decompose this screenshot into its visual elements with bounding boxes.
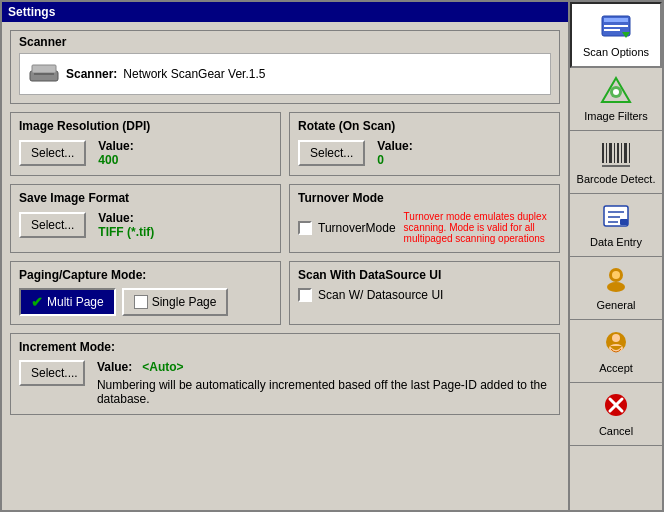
paging-group: Paging/Capture Mode: ✔ Multi Page Single… [10, 261, 281, 325]
rotate-value-label: Value: [377, 139, 412, 153]
datasource-checkbox[interactable] [298, 288, 312, 302]
sidebar-item-general[interactable]: General [570, 257, 662, 320]
paging-title: Paging/Capture Mode: [19, 268, 272, 282]
svg-rect-16 [621, 143, 622, 163]
datasource-checkbox-label: Scan W/ Datasource UI [318, 288, 443, 302]
accept-icon [600, 328, 632, 358]
general-label: General [596, 299, 635, 311]
svg-rect-12 [606, 143, 607, 163]
sidebar-item-data-entry[interactable]: Data Entry [570, 194, 662, 257]
single-page-check-icon [134, 295, 148, 309]
image-resolution-value-label: Value: [98, 139, 133, 153]
svg-point-10 [613, 89, 619, 95]
sidebar-item-barcode-detect[interactable]: Barcode Detect. [570, 131, 662, 194]
barcode-detect-label: Barcode Detect. [577, 173, 656, 185]
rotate-title: Rotate (On Scan) [298, 119, 551, 133]
svg-rect-24 [620, 219, 628, 225]
scan-options-icon [598, 12, 634, 42]
increment-group: Increment Mode: Select.... Value: <Auto>… [10, 333, 560, 415]
image-resolution-group: Image Resolution (DPI) Select... Value: … [10, 112, 281, 176]
svg-rect-19 [602, 165, 630, 167]
scanner-label: Scanner: [66, 67, 117, 81]
datasource-group: Scan With DataSource UI Scan W/ Datasour… [289, 261, 560, 325]
scanner-group: Scanner Scanner: Network ScanGear Ver.1.… [10, 30, 560, 104]
save-image-group: Save Image Format Select... Value: TIFF … [10, 184, 281, 253]
cancel-icon [600, 391, 632, 421]
save-image-value: TIFF (*.tif) [98, 225, 154, 239]
svg-rect-17 [624, 143, 627, 163]
turnover-checkbox-label: TurnoverMode [318, 221, 396, 235]
save-image-title: Save Image Format [19, 191, 272, 205]
svg-point-27 [612, 271, 620, 279]
image-filters-icon [600, 76, 632, 106]
increment-value-label: Value: [97, 360, 132, 374]
image-resolution-title: Image Resolution (DPI) [19, 119, 272, 133]
sidebar: Scan Options Image Filters [568, 0, 664, 512]
single-page-label: Single Page [152, 295, 217, 309]
sidebar-item-image-filters[interactable]: Image Filters [570, 68, 662, 131]
barcode-detect-icon [600, 139, 632, 169]
turnover-group: Turnover Mode TurnoverMode Turnover mode… [289, 184, 560, 253]
svg-point-29 [612, 334, 620, 342]
multi-page-btn[interactable]: ✔ Multi Page [19, 288, 116, 316]
rotate-group: Rotate (On Scan) Select... Value: 0 [289, 112, 560, 176]
turnover-note: Turnover mode emulates duplex scanning. … [404, 211, 551, 244]
increment-select[interactable]: Select.... [19, 360, 85, 386]
rotate-select[interactable]: Select... [298, 140, 365, 166]
sidebar-item-cancel[interactable]: Cancel [570, 383, 662, 446]
sidebar-item-accept[interactable]: Accept [570, 320, 662, 383]
window-title: Settings [8, 5, 55, 19]
save-image-select[interactable]: Select... [19, 212, 86, 238]
svg-rect-2 [34, 73, 54, 75]
increment-title: Increment Mode: [19, 340, 551, 354]
multi-page-check-icon: ✔ [31, 294, 43, 310]
svg-rect-13 [609, 143, 612, 163]
svg-rect-15 [617, 143, 619, 163]
image-resolution-select[interactable]: Select... [19, 140, 86, 166]
svg-rect-18 [629, 143, 630, 163]
scanner-info: Scanner: Network ScanGear Ver.1.5 [19, 53, 551, 95]
svg-rect-11 [602, 143, 604, 163]
data-entry-icon [600, 202, 632, 232]
single-page-btn[interactable]: Single Page [122, 288, 229, 316]
general-icon [600, 265, 632, 295]
datasource-title: Scan With DataSource UI [298, 268, 551, 282]
scan-options-label: Scan Options [583, 46, 649, 58]
svg-point-26 [607, 282, 625, 292]
svg-rect-14 [614, 143, 615, 163]
data-entry-label: Data Entry [590, 236, 642, 248]
sidebar-item-scan-options[interactable]: Scan Options [570, 2, 662, 68]
rotate-value: 0 [377, 153, 412, 167]
save-image-value-label: Value: [98, 211, 154, 225]
increment-description: Numbering will be automatically incremen… [97, 378, 551, 406]
cancel-label: Cancel [599, 425, 633, 437]
image-filters-label: Image Filters [584, 110, 648, 122]
svg-rect-4 [604, 18, 628, 22]
turnover-checkbox[interactable] [298, 221, 312, 235]
scanner-value: Network ScanGear Ver.1.5 [123, 67, 265, 81]
svg-rect-1 [32, 65, 56, 73]
title-bar: Settings [2, 2, 568, 22]
increment-value: <Auto> [142, 360, 183, 374]
turnover-title: Turnover Mode [298, 191, 551, 205]
image-resolution-value: 400 [98, 153, 133, 167]
scanner-icon [28, 62, 60, 86]
multi-page-label: Multi Page [47, 295, 104, 309]
scanner-group-label: Scanner [19, 35, 551, 49]
accept-label: Accept [599, 362, 633, 374]
